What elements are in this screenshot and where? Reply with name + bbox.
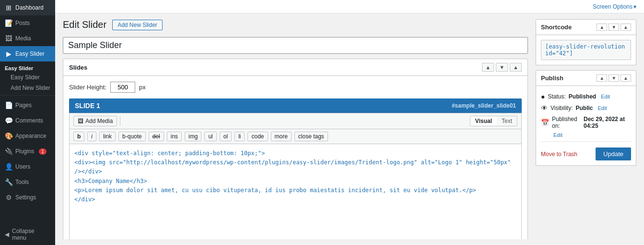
sidebar-item-users[interactable]: 👤 Users bbox=[0, 159, 55, 174]
publish-date-row: 📅 Published on: Dec 29, 2022 at 04:25 bbox=[541, 114, 631, 131]
panel-down-button[interactable]: ▼ bbox=[496, 63, 508, 72]
sidebar-item-plugins[interactable]: 🔌 Plugins 1 bbox=[0, 144, 55, 159]
sidebar-item-easy-slider[interactable]: ▶ Easy Slider bbox=[0, 46, 55, 61]
sidebar-divider bbox=[0, 95, 55, 96]
fmt-more-button[interactable]: more bbox=[271, 132, 292, 141]
status-value: Published bbox=[569, 93, 596, 100]
text-tab[interactable]: Text bbox=[497, 116, 517, 126]
sidebar-item-media[interactable]: 🖼 Media bbox=[0, 31, 55, 46]
panel-up-button[interactable]: ▲ bbox=[482, 63, 494, 72]
sidebar-item-label: Posts bbox=[15, 20, 30, 26]
editor-content[interactable]: <div style="text-align: center; padding-… bbox=[69, 144, 522, 239]
sidebar-item-dashboard[interactable]: ⊞ Dashboard bbox=[0, 0, 55, 15]
publish-toggle-button[interactable]: ▲ bbox=[621, 74, 631, 82]
shortcode-widget-body: [easy-slider-revolution id="42"] bbox=[536, 35, 636, 65]
sidebar-item-settings[interactable]: ⚙ Settings bbox=[0, 190, 55, 205]
publish-widget: Publish ▲ ▼ ▲ ● Status: Published Edit bbox=[536, 70, 636, 166]
published-value: Dec 29, 2022 at 04:25 bbox=[584, 116, 631, 129]
publish-widget-header: Publish ▲ ▼ ▲ bbox=[536, 71, 636, 86]
fmt-ins-button[interactable]: ins bbox=[167, 132, 182, 141]
posts-icon: 📝 bbox=[5, 19, 12, 27]
sidebar-sub-add-new-slider[interactable]: Add New Slider bbox=[0, 83, 55, 93]
slider-height-unit: px bbox=[139, 84, 146, 91]
code-line-5: </div> bbox=[74, 195, 516, 204]
fmt-ol-button[interactable]: ol bbox=[220, 132, 232, 141]
fmt-b-button[interactable]: b bbox=[73, 132, 84, 141]
screen-options-button[interactable]: Screen Options ▾ bbox=[593, 3, 636, 10]
slides-panel-title: Slides bbox=[69, 64, 87, 71]
fmt-code-button[interactable]: code bbox=[247, 132, 268, 141]
fmt-del-button[interactable]: del bbox=[149, 132, 164, 141]
sidebar-item-appearance[interactable]: 🎨 Appearance bbox=[0, 128, 55, 144]
slides-panel-controls: ▲ ▼ ▲ bbox=[482, 63, 522, 72]
slide-anchor: #sample_slider_slide01 bbox=[452, 102, 516, 109]
content-area: Edit Slider Add New Slider Slides ▲ ▼ ▲ bbox=[55, 13, 644, 245]
media-icon: 🖼 bbox=[5, 35, 12, 42]
slider-name-input[interactable] bbox=[63, 37, 528, 54]
fmt-bquote-button[interactable]: b-quote bbox=[118, 132, 146, 141]
visual-tab[interactable]: Visual bbox=[470, 116, 497, 126]
screen-options-label: Screen Options bbox=[593, 3, 632, 10]
plugins-badge: 1 bbox=[39, 148, 47, 155]
panel-toggle-button[interactable]: ▲ bbox=[510, 63, 522, 72]
move-to-trash-link[interactable]: Move to Trash bbox=[541, 151, 577, 158]
sidebar-item-label: Pages bbox=[15, 102, 32, 109]
easy-slider-section-label: Easy Slider bbox=[0, 61, 55, 72]
sidebar-item-label: Dashboard bbox=[15, 4, 44, 11]
sidebar: ⊞ Dashboard 📝 Posts 🖼 Media ▶ Easy Slide… bbox=[0, 0, 55, 245]
collapse-icon: ◀ bbox=[5, 231, 9, 238]
update-button[interactable]: Update bbox=[596, 147, 631, 160]
fmt-link-button[interactable]: link bbox=[99, 132, 116, 141]
visibility-label: Visibility: bbox=[550, 105, 573, 111]
sidebar-item-label: Easy Slider bbox=[15, 50, 45, 57]
sidebar-item-tools[interactable]: 🔧 Tools bbox=[0, 174, 55, 190]
add-new-slider-button[interactable]: Add New Slider bbox=[112, 20, 163, 30]
code-line-1: <div style="text-align: center; padding-… bbox=[74, 149, 516, 158]
status-label: Status: bbox=[548, 93, 565, 100]
sidebar-sub-easy-slider[interactable]: Easy Slider bbox=[0, 72, 55, 83]
topbar: Screen Options ▾ bbox=[55, 0, 644, 13]
right-sidebar: Shortcode ▲ ▼ ▲ [easy-slider-revolution … bbox=[536, 19, 636, 239]
dashboard-icon: ⊞ bbox=[5, 4, 12, 12]
fmt-i-button[interactable]: i bbox=[87, 132, 96, 141]
calendar-icon: 📅 bbox=[541, 119, 549, 126]
comments-icon: 💬 bbox=[5, 117, 12, 124]
slide-block: SLIDE 1 #sample_slider_slide01 🖼 Add Med… bbox=[69, 98, 522, 239]
published-edit-link[interactable]: Edit bbox=[553, 132, 562, 138]
settings-icon: ⚙ bbox=[5, 194, 12, 201]
fmt-ul-button[interactable]: ul bbox=[204, 132, 216, 141]
add-media-button[interactable]: 🖼 Add Media bbox=[73, 116, 117, 126]
slides-panel-body: Slider Height: px SLIDE 1 #sample_slider… bbox=[63, 76, 527, 239]
visibility-edit-link[interactable]: Edit bbox=[597, 105, 607, 111]
publish-up-button[interactable]: ▲ bbox=[597, 74, 607, 82]
slider-height-label: Slider Height: bbox=[69, 84, 106, 91]
publish-down-button[interactable]: ▼ bbox=[609, 74, 619, 82]
shortcode-down-button[interactable]: ▼ bbox=[609, 24, 619, 31]
visual-text-tabs: Visual Text bbox=[470, 116, 517, 126]
fmt-close-tags-button[interactable]: close tags bbox=[294, 132, 328, 141]
sidebar-item-comments[interactable]: 💬 Comments bbox=[0, 113, 55, 128]
shortcode-widget-header: Shortcode ▲ ▼ ▲ bbox=[536, 20, 636, 35]
status-edit-link[interactable]: Edit bbox=[601, 94, 610, 99]
slide-title: SLIDE 1 bbox=[75, 102, 100, 110]
collapse-menu[interactable]: ◀ Collapse menu bbox=[0, 224, 55, 245]
slider-height-row: Slider Height: px bbox=[69, 82, 522, 93]
shortcode-up-button[interactable]: ▲ bbox=[597, 24, 607, 31]
page-header: Edit Slider Add New Slider bbox=[63, 19, 528, 30]
slider-height-input[interactable] bbox=[110, 82, 135, 93]
sidebar-item-posts[interactable]: 📝 Posts bbox=[0, 15, 55, 31]
sidebar-item-label: Users bbox=[15, 163, 30, 170]
shortcode-toggle-button[interactable]: ▲ bbox=[621, 24, 631, 31]
shortcode-widget-title: Shortcode bbox=[541, 24, 572, 31]
sidebar-item-label: Appearance bbox=[15, 133, 47, 139]
shortcode-widget: Shortcode ▲ ▼ ▲ [easy-slider-revolution … bbox=[536, 19, 636, 65]
users-icon: 👤 bbox=[5, 163, 12, 171]
plugins-icon: 🔌 bbox=[5, 147, 12, 155]
visibility-value: Public bbox=[575, 105, 593, 111]
sidebar-item-pages[interactable]: 📄 Pages bbox=[0, 98, 55, 113]
shortcode-value[interactable]: [easy-slider-revolution id="42"] bbox=[541, 40, 631, 60]
fmt-img-button[interactable]: img bbox=[185, 132, 201, 141]
page-title: Edit Slider bbox=[63, 19, 106, 30]
sidebar-item-label: Plugins bbox=[15, 148, 34, 155]
fmt-li-button[interactable]: li bbox=[234, 132, 245, 141]
